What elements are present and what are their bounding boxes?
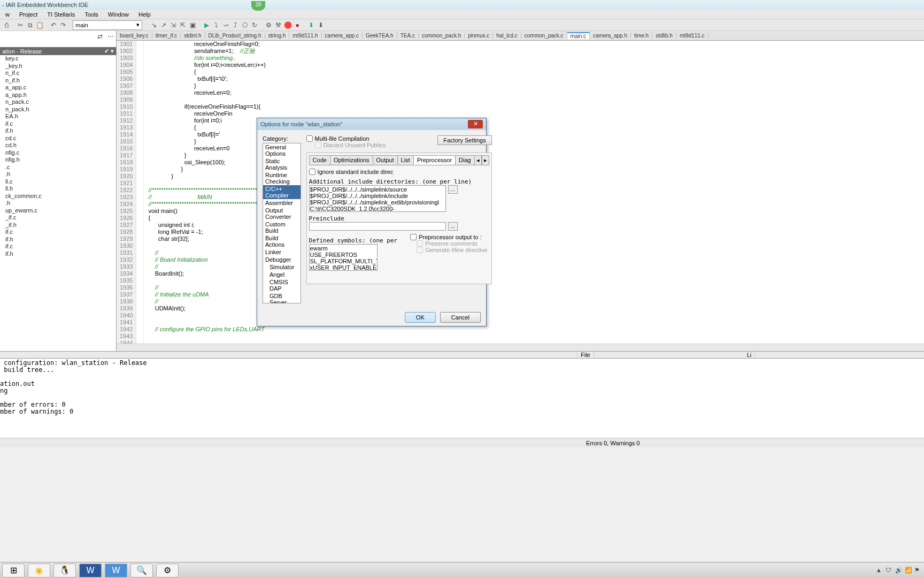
nav-icon-1[interactable]: ↘ [150,21,158,29]
editor-tab[interactable]: main.c [567,32,590,39]
nav-icon-4[interactable]: ⇱ [179,21,187,29]
file-item[interactable]: _if.c [1,214,115,222]
notification-badge[interactable]: 28 [251,1,265,11]
option-tab[interactable]: Optimizations [330,155,373,165]
option-tab[interactable]: Output [373,155,398,165]
nav-icon-2[interactable]: ↗ [159,21,168,29]
file-item[interactable]: if.h [1,236,115,244]
tray-icon[interactable]: ▲ [876,567,883,574]
file-item[interactable]: a_app.c [1,84,115,92]
tray-icon[interactable]: ⚑ [914,567,922,574]
breakpoint-icon[interactable]: ● [293,21,302,29]
file-item[interactable]: ll.c [1,178,115,186]
compile-icon[interactable]: ⚙ [264,21,273,29]
undo-icon[interactable]: ↶ [49,21,58,29]
output-col-msg[interactable] [0,352,578,358]
tray-icon[interactable]: 📶 [905,567,912,574]
category-item[interactable]: Simulator [263,263,301,271]
code-editor[interactable]: 1901190219031904190519061907190819091910… [117,41,924,344]
file-item[interactable]: key.c [1,55,115,63]
category-item[interactable]: General Options [263,143,301,157]
file-item[interactable]: if.c [1,120,115,128]
editor-tab[interactable]: stdlib.h [652,33,676,39]
category-item[interactable]: Runtime Checking [263,171,301,185]
file-item[interactable]: if.h [1,127,115,135]
panel-options-icon[interactable]: ⋯ [106,32,115,41]
tab-scroll-left[interactable]: ◂ [474,155,482,165]
output-col-file[interactable]: File [578,352,594,358]
editor-tab[interactable]: stdint.h [181,33,205,39]
download-icon[interactable]: ⬇ [307,21,315,29]
print-icon[interactable]: ⎙ [2,21,11,29]
file-item[interactable]: n_if.h [1,77,115,85]
file-item[interactable]: cd.c [1,135,115,142]
multifile-checkbox[interactable]: Multi-file Compilation [306,135,386,142]
editor-tab[interactable]: camera_app.h [590,33,631,39]
file-item[interactable]: nfig.c [1,149,115,157]
file-item[interactable]: _key.h [1,63,115,70]
tray-icon[interactable]: 🔊 [895,567,903,574]
function-combo[interactable]: main▾ [73,20,142,30]
taskbar-qq[interactable]: 🐧 [53,564,76,577]
debug-icon[interactable]: ⬇ [317,21,325,29]
category-item[interactable]: Custom Build [263,220,301,234]
taskbar-word[interactable]: W [79,564,102,577]
file-item[interactable]: n_pack.c [1,98,115,106]
bookmark-icon[interactable]: ▣ [188,21,197,29]
menu-item[interactable]: w [1,11,14,18]
category-item[interactable]: Build Actions [263,234,301,248]
file-item[interactable]: .h [1,171,115,178]
include-dirs-textarea[interactable]: $PROJ_DIR$/../../../simplelink/source$PR… [309,185,446,212]
config-header[interactable]: ation - Release ✔ ▾ [0,47,116,55]
close-icon[interactable]: ✕ [468,120,483,128]
file-item[interactable]: EA.h [1,113,115,120]
ignore-std-checkbox[interactable]: Ignore standard include direc [309,169,489,175]
file-item[interactable]: if.c [1,243,115,250]
file-item[interactable]: n_if.c [1,70,115,77]
build-icon[interactable]: ⚒ [274,21,282,29]
file-item[interactable]: up_ewarm.c [1,207,115,215]
category-list[interactable]: General OptionsStatic AnalysisRuntime Ch… [263,143,301,303]
editor-tab[interactable]: GeekTEA.h [363,33,397,39]
output-col-line[interactable]: Li [744,352,756,358]
category-item[interactable]: Linker [263,248,301,256]
editor-tab[interactable]: common_pack.h [419,33,465,39]
taskbar-wps[interactable]: W [105,564,127,577]
editor-tab[interactable]: board_key.c [117,33,152,39]
copy-icon[interactable]: ⧉ [26,21,34,29]
step-over-icon[interactable]: ⤻ [221,21,230,29]
redo-icon[interactable]: ↷ [59,21,67,29]
run-icon[interactable]: ▶ [202,21,211,29]
system-tray[interactable]: ▲ 🛡 🔊 📶 ⚑ [876,567,922,574]
defined-symbols-textarea[interactable]: ewarmUSE_FREERTOSSL_PLATFORM_MULTI_THREA… [309,244,378,271]
editor-tab[interactable]: string.h [265,33,290,39]
file-item[interactable]: _if.h [1,222,115,229]
taskbar-start[interactable]: ⊞ [2,564,25,577]
option-tab[interactable]: Preprocessor [413,155,456,165]
menu-tools[interactable]: Tools [80,11,103,18]
file-item[interactable]: if.c [1,229,115,236]
menu-help[interactable]: Help [134,11,155,18]
tray-icon[interactable]: 🛡 [886,567,893,574]
editor-tab[interactable]: camera_app.c [322,33,363,39]
dialog-titlebar[interactable]: Options for node "wlan_station" ✕ [257,118,486,130]
menu-ti-stellaris[interactable]: TI Stellaris [43,11,79,18]
menu-project[interactable]: Project [15,11,42,18]
file-item[interactable]: cd.h [1,142,115,149]
factory-settings-button[interactable]: Factory Settings [437,135,491,145]
category-item[interactable]: C/C++ Compiler [263,185,301,199]
file-item[interactable]: ll.h [1,185,115,193]
cut-icon[interactable]: ✂ [16,21,25,29]
category-item[interactable]: Debugger [263,256,301,263]
panel-collapse-icon[interactable]: ⇄ [96,32,104,41]
output-panel[interactable]: configuration: wlan_station - Release bu… [0,359,924,438]
inst-icon[interactable]: ⎔ [241,21,249,29]
category-item[interactable]: Assembler [263,199,301,207]
category-item[interactable]: Static Analysis [263,157,301,171]
file-item[interactable]: ck_common.c [1,193,115,200]
ok-button[interactable]: OK [405,312,436,323]
file-item[interactable]: n_pack.h [1,106,115,113]
editor-tab[interactable]: common_pack.c [521,33,567,39]
horizontal-scrollbar[interactable] [117,344,924,351]
editor-tab[interactable]: DLib_Product_string.h [205,33,265,39]
